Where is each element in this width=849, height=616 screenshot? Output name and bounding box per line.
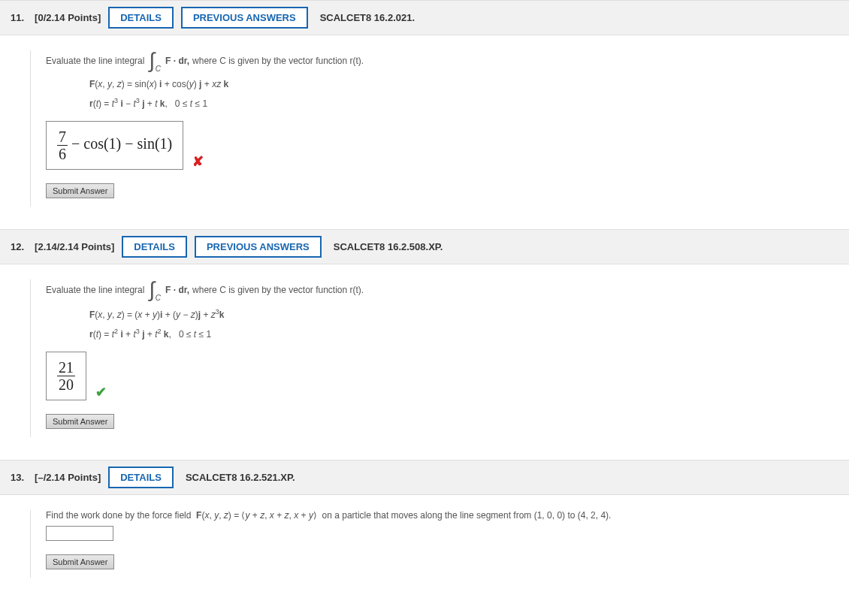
ans-num: 21 <box>57 360 75 376</box>
curve-definition: r(t) = t3 i − t3 j + t k, 0 ≤ t ≤ 1 <box>89 97 849 109</box>
question-prompt: Evaluate the line integral ∫C F · dr, wh… <box>46 279 849 300</box>
answer-input[interactable] <box>46 526 113 541</box>
question-number: 12. <box>11 241 24 252</box>
source-reference: SCALCET8 16.2.021. <box>320 12 415 23</box>
points-label: [0/2.14 Points] <box>35 12 101 23</box>
integral-icon: ∫C <box>149 279 155 300</box>
curve-definition: r(t) = t2 i + t3 j + t2 k, 0 ≤ t ≤ 1 <box>89 328 849 340</box>
prompt-text: Evaluate the line integral <box>46 285 144 295</box>
answer-box[interactable]: 2120 <box>46 352 86 400</box>
field-definition: F(x, y, z) = sin(x) i + cos(y) j + xz k <box>89 79 849 89</box>
field-definition: F(x, y, z) = (x + y)i + (y − z)j + z3k <box>89 308 849 320</box>
submit-answer-button[interactable]: Submit Answer <box>46 183 114 198</box>
points-label: [2.14/2.14 Points] <box>35 241 114 252</box>
ans-rest: − cos(1) − sin(1) <box>68 135 172 152</box>
source-reference: SCALCET8 16.2.521.XP. <box>186 472 295 483</box>
question-11: 11. [0/2.14 Points] DETAILS PREVIOUS ANS… <box>0 0 849 222</box>
previous-answers-button[interactable]: PREVIOUS ANSWERS <box>195 236 322 258</box>
question-prompt: Evaluate the line integral ∫C F · dr, wh… <box>46 50 849 71</box>
submit-answer-button[interactable]: Submit Answer <box>46 554 114 569</box>
integrand: F · dr, <box>165 285 189 295</box>
question-number: 13. <box>11 472 24 483</box>
question-number: 11. <box>11 12 24 23</box>
question-header: 11. [0/2.14 Points] DETAILS PREVIOUS ANS… <box>0 0 849 35</box>
ans-den: 6 <box>57 146 68 162</box>
ans-den: 20 <box>57 376 75 392</box>
prompt-text-2: where C is given by the vector function … <box>192 56 364 66</box>
source-reference: SCALCET8 16.2.508.XP. <box>334 241 443 252</box>
question-13: 13. [–/2.14 Points] DETAILS SCALCET8 16.… <box>0 460 849 593</box>
integral-icon: ∫C <box>149 50 155 71</box>
question-header: 12. [2.14/2.14 Points] DETAILS PREVIOUS … <box>0 229 849 264</box>
prompt-text: Evaluate the line integral <box>46 56 144 66</box>
previous-answers-button[interactable]: PREVIOUS ANSWERS <box>181 7 308 29</box>
details-button[interactable]: DETAILS <box>122 236 187 258</box>
details-button[interactable]: DETAILS <box>108 7 174 29</box>
incorrect-icon: ✘ <box>192 153 204 170</box>
details-button[interactable]: DETAILS <box>108 467 174 488</box>
question-header: 13. [–/2.14 Points] DETAILS SCALCET8 16.… <box>0 460 849 495</box>
correct-icon: ✔ <box>95 384 107 400</box>
submit-answer-button[interactable]: Submit Answer <box>46 414 114 429</box>
submit-row: Submit Answer <box>46 183 114 199</box>
submit-row: Submit Answer <box>46 554 114 570</box>
points-label: [–/2.14 Points] <box>35 472 101 483</box>
ans-num: 7 <box>57 129 68 146</box>
question-prompt: Find the work done by the force field F(… <box>46 510 849 521</box>
integrand: F · dr, <box>165 56 189 66</box>
submit-row: Submit Answer <box>46 414 114 430</box>
question-12: 12. [2.14/2.14 Points] DETAILS PREVIOUS … <box>0 229 849 452</box>
answer-box[interactable]: 76 − cos(1) − sin(1) <box>46 121 183 170</box>
prompt-text-2: where C is given by the vector function … <box>192 285 364 295</box>
